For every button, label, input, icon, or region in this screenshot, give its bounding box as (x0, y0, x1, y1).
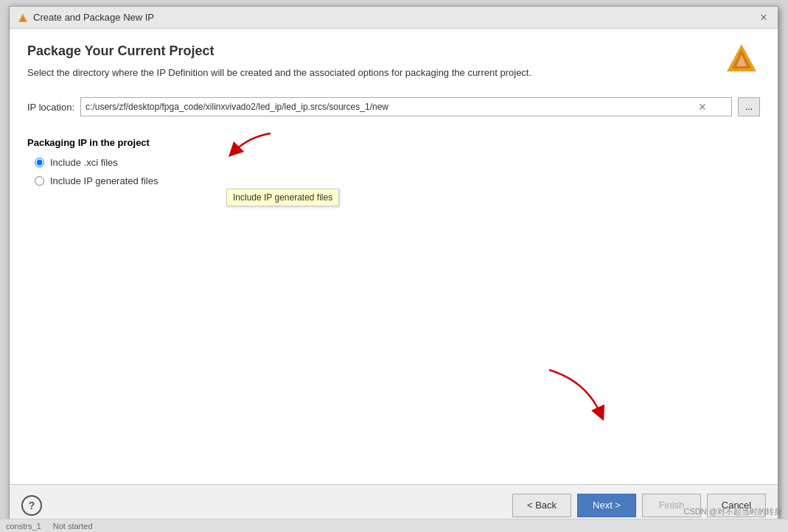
title-bar: Create and Package New IP × (10, 7, 778, 29)
status-item-2: Not started (53, 522, 93, 531)
title-text: Create and Package New IP (33, 12, 154, 23)
help-button[interactable]: ? (21, 495, 42, 516)
ip-location-field-wrapper: ✕ (80, 97, 732, 116)
watermark: CSDN @对不起当时的转身 (684, 506, 782, 517)
title-bar-left: Create and Package New IP (17, 12, 154, 24)
dialog-window: Create and Package New IP × Package Your… (9, 6, 778, 526)
ip-location-clear-button[interactable]: ✕ (695, 102, 710, 112)
radio-group: Include .xci files Include IP generated … (35, 157, 760, 186)
radio-xci-label[interactable]: Include .xci files (50, 157, 118, 168)
radio-item-generated: Include IP generated files Include IP ge… (35, 175, 760, 186)
page-description: Select the directory where the IP Defini… (27, 66, 760, 80)
status-bar: constrs_1 Not started (0, 519, 788, 532)
radio-generated-input[interactable] (35, 176, 44, 186)
ip-location-label: IP location: (27, 102, 74, 113)
vivado-logo (723, 41, 760, 77)
tooltip-include-generated: Include IP generated files (226, 189, 339, 206)
red-arrow-2 (542, 366, 616, 425)
page-title: Package Your Current Project (27, 43, 760, 59)
footer-left: ? (21, 495, 42, 516)
radio-xci-input[interactable] (35, 158, 44, 167)
radio-item-xci: Include .xci files (35, 157, 760, 168)
ip-location-input[interactable] (80, 97, 732, 116)
radio-generated-label[interactable]: Include IP generated files (50, 175, 158, 186)
content-area: Package Your Current Project Select the … (10, 29, 778, 484)
vivado-title-icon (17, 12, 29, 24)
ip-location-row: IP location: ✕ ... (27, 97, 760, 116)
packaging-section: Packaging IP in the project Include .xci… (27, 137, 760, 186)
section-title: Packaging IP in the project (27, 137, 150, 148)
close-button[interactable]: × (757, 11, 770, 24)
logo-area (723, 41, 760, 80)
next-button[interactable]: Next > (577, 494, 636, 517)
status-item-1: constrs_1 (6, 522, 41, 531)
ip-location-browse-button[interactable]: ... (738, 97, 760, 116)
back-button[interactable]: < Back (512, 494, 571, 517)
